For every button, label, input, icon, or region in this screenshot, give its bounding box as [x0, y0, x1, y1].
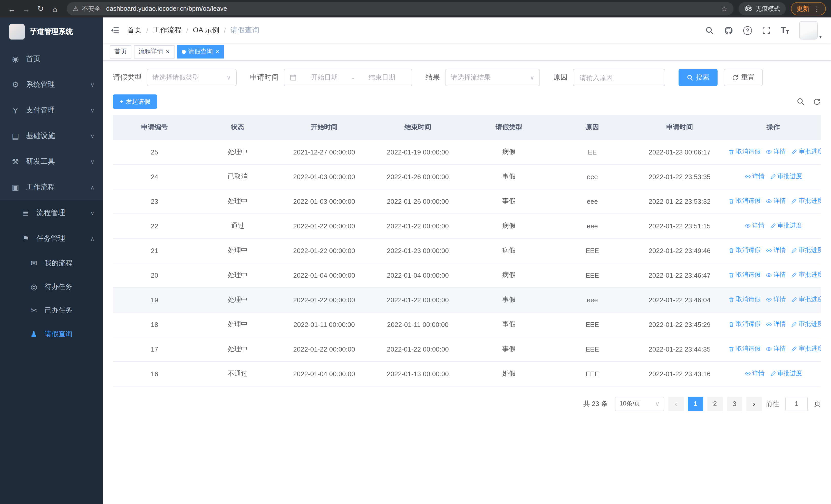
url-text[interactable]: dashboard.yudao.iocoder.cn/bpm/oa/leave: [106, 5, 717, 12]
toggle-search-icon[interactable]: [797, 97, 805, 106]
search-icon[interactable]: [705, 26, 714, 35]
breadcrumb-separator: /: [186, 26, 189, 34]
approval-progress-link[interactable]: 审批进度: [770, 172, 802, 181]
reset-button[interactable]: 重置: [724, 69, 763, 86]
close-icon[interactable]: ×: [166, 48, 170, 55]
browser-reload-icon[interactable]: ↻: [34, 2, 47, 16]
cell-id: 24: [113, 164, 196, 189]
cancel-leave-link[interactable]: 取消请假: [728, 345, 761, 353]
approval-progress-link[interactable]: 审批进度: [791, 271, 821, 279]
cell-status: 不通过: [196, 361, 279, 386]
fullscreen-icon[interactable]: [762, 26, 770, 34]
detail-link[interactable]: 详情: [745, 221, 765, 230]
cancel-leave-link[interactable]: 取消请假: [728, 246, 761, 255]
detail-link[interactable]: 详情: [766, 271, 786, 279]
approval-progress-link[interactable]: 审批进度: [791, 197, 821, 206]
approval-progress-link[interactable]: 审批进度: [770, 221, 802, 230]
user-menu[interactable]: ▾: [799, 21, 822, 39]
app-logo[interactable]: 芋道管理系统: [0, 18, 103, 46]
sidebar-item-home[interactable]: ◉ 首页: [0, 46, 103, 72]
detail-link[interactable]: 详情: [766, 320, 786, 329]
close-icon[interactable]: ×: [215, 48, 219, 55]
bookmark-star-icon[interactable]: ☆: [721, 5, 727, 13]
sidebar-item-infrastructure[interactable]: ▤ 基础设施 ∨: [0, 123, 103, 149]
create-leave-button[interactable]: + 发起请假: [113, 94, 157, 109]
browser-forward-icon[interactable]: →: [20, 2, 33, 16]
address-bar[interactable]: ⚠ 不安全 dashboard.yudao.iocoder.cn/bpm/oa/…: [67, 2, 734, 16]
cell-status: 处理中: [196, 189, 279, 213]
leave-type-select[interactable]: 请选择请假类型 ∨: [147, 69, 237, 86]
approval-progress-link[interactable]: 审批进度: [791, 320, 821, 329]
detail-link[interactable]: 详情: [766, 246, 786, 255]
font-size-icon[interactable]: TT: [781, 26, 789, 35]
end-date-placeholder[interactable]: 结束日期: [357, 73, 406, 82]
cell-operations: 取消请假详情审批进度: [726, 189, 821, 213]
security-warning-label[interactable]: 不安全: [82, 4, 101, 13]
table-row: 19处理中2022-01-22 00:00:002022-01-22 00:00…: [113, 288, 821, 312]
page-button-1[interactable]: 1: [688, 396, 703, 411]
sidebar-item-devtools[interactable]: ⚒ 研发工具 ∨: [0, 149, 103, 175]
sidebar-item-leave-query[interactable]: ♟ 请假查询: [0, 322, 103, 346]
sidebar-item-workflow[interactable]: ▣ 工作流程 ∧: [0, 175, 103, 200]
caret-down-icon: ▾: [819, 34, 822, 39]
approval-progress-link[interactable]: 审批进度: [770, 369, 802, 378]
update-label[interactable]: 更新: [797, 4, 809, 13]
apply-time-range-picker[interactable]: 开始日期 - 结束日期: [284, 69, 412, 86]
tab-process-detail[interactable]: 流程详情 ×: [134, 45, 174, 58]
yen-icon: ¥: [10, 106, 21, 115]
result-select[interactable]: 请选择流结果 ∨: [445, 69, 540, 86]
cancel-leave-link[interactable]: 取消请假: [728, 271, 761, 279]
help-icon[interactable]: ?: [743, 26, 752, 35]
breadcrumb-oa-example: OA 示例: [193, 26, 220, 35]
browser-menu-icon[interactable]: ⋮: [813, 5, 820, 12]
page-button-2[interactable]: 2: [707, 396, 723, 411]
approval-progress-link[interactable]: 审批进度: [791, 246, 821, 255]
sidebar-item-todo-tasks[interactable]: ◎ 待办任务: [0, 275, 103, 299]
sidebar-item-my-processes[interactable]: ✉ 我的流程: [0, 251, 103, 275]
sidebar-collapse-button[interactable]: [103, 26, 127, 35]
goto-page-input[interactable]: [785, 396, 808, 411]
cell-reason: eee: [551, 164, 633, 189]
tab-home[interactable]: 首页: [110, 45, 132, 58]
approval-progress-link[interactable]: 审批进度: [791, 345, 821, 353]
page-size-select[interactable]: 10条/页 ∨: [615, 396, 664, 411]
workflow-icon: ▣: [10, 183, 21, 192]
tab-leave-query[interactable]: 请假查询 ×: [177, 45, 224, 58]
cancel-leave-link[interactable]: 取消请假: [728, 148, 761, 156]
detail-link[interactable]: 详情: [745, 369, 765, 378]
sidebar-item-done-tasks[interactable]: ✂ 已办任务: [0, 299, 103, 322]
browser-update-button[interactable]: 更新 ⋮: [791, 2, 826, 16]
github-icon[interactable]: [724, 26, 733, 35]
search-button[interactable]: 搜索: [679, 69, 718, 86]
sidebar-item-task-mgmt[interactable]: ⚑ 任务管理 ∧: [0, 226, 103, 251]
cell-applied: 2022-01-22 23:44:35: [633, 337, 726, 361]
cancel-leave-link[interactable]: 取消请假: [728, 320, 761, 329]
tab-active-dot: [181, 50, 185, 54]
approval-progress-link[interactable]: 审批进度: [791, 148, 821, 156]
breadcrumb-home[interactable]: 首页: [127, 26, 142, 35]
goto-suffix: 页: [814, 399, 821, 408]
next-page-button[interactable]: ›: [746, 396, 762, 411]
cancel-leave-link[interactable]: 取消请假: [728, 197, 761, 206]
approval-progress-link[interactable]: 审批进度: [791, 295, 821, 304]
browser-back-icon[interactable]: ←: [5, 2, 19, 16]
prev-page-button[interactable]: ‹: [668, 396, 684, 411]
avatar[interactable]: [799, 21, 818, 39]
detail-link[interactable]: 详情: [766, 345, 786, 353]
page-button-3[interactable]: 3: [727, 396, 742, 411]
sidebar-item-payment[interactable]: ¥ 支付管理 ∨: [0, 97, 103, 123]
refresh-icon[interactable]: [813, 98, 821, 106]
sidebar-item-system[interactable]: ⚙ 系统管理 ∨: [0, 72, 103, 97]
sidebar-item-label: 已办任务: [45, 306, 73, 315]
browser-home-icon[interactable]: ⌂: [48, 2, 62, 16]
sidebar-item-process-mgmt[interactable]: ≣ 流程管理 ∨: [0, 200, 103, 226]
detail-link[interactable]: 详情: [745, 172, 765, 181]
detail-link[interactable]: 详情: [766, 148, 786, 156]
col-leave-type: 请假类型: [466, 115, 551, 140]
detail-link[interactable]: 详情: [766, 197, 786, 206]
reason-input[interactable]: [573, 69, 665, 86]
cancel-leave-link[interactable]: 取消请假: [728, 295, 761, 304]
start-date-placeholder[interactable]: 开始日期: [300, 73, 349, 82]
detail-link[interactable]: 详情: [766, 295, 786, 304]
range-separator: -: [352, 73, 354, 81]
